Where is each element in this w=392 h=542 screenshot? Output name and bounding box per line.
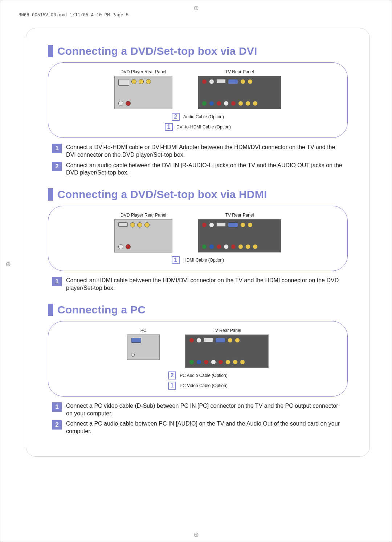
- step-number: 1: [52, 144, 62, 153]
- port-icon: [137, 222, 142, 227]
- step-block: 1 Connect an HDMI cable between the HDMI…: [52, 277, 343, 292]
- callout-text: HDMI Cable (Option): [183, 258, 224, 263]
- dvi-port-icon: [118, 79, 129, 86]
- panel-label: DVD Player Rear Panel: [114, 69, 172, 74]
- heading-bar-icon: [48, 45, 53, 57]
- port-icon: [248, 79, 253, 84]
- hdmi-port-icon: [118, 222, 128, 227]
- port-icon: [202, 244, 207, 249]
- heading-text: Connecting a DVD/Set-top box via DVI: [57, 45, 257, 57]
- vga-port-icon: [215, 338, 225, 343]
- dvd-rear-panel-col: DVD Player Rear Panel: [114, 213, 172, 254]
- port-icon: [202, 79, 207, 84]
- pc-rear-panel-icon: [127, 334, 160, 360]
- callout-number: 2: [168, 371, 176, 379]
- crop-mark-icon: ⊕: [193, 531, 199, 539]
- panel-label: TV Rear Panel: [198, 213, 281, 218]
- port-icon: [240, 360, 245, 365]
- step-item: 1 Connect a DVI-to-HDMI cable or DVI-HDM…: [52, 144, 343, 159]
- callout-text: DVI-to-HDMI Cable (Option): [176, 124, 231, 130]
- step-text: Connect a PC audio cable between PC IN […: [66, 420, 343, 435]
- tv-rear-panel-col: TV Rear Panel: [198, 69, 281, 111]
- diagram-callouts: 2 PC Audio Cable (Option) 1 PC Video Cab…: [58, 371, 337, 390]
- vga-port-icon: [228, 79, 238, 84]
- port-icon: [245, 244, 250, 249]
- port-icon: [209, 222, 214, 227]
- port-icon: [209, 244, 214, 249]
- port-icon: [233, 360, 238, 365]
- diagram-callouts: 1 HDMI Cable (Option): [58, 256, 337, 264]
- heading-text: Connecting a DVD/Set-top box via HDMI: [57, 188, 267, 201]
- port-icon: [231, 101, 236, 106]
- callout-number: 1: [165, 123, 173, 131]
- callout-number: 1: [168, 382, 176, 390]
- port-icon: [225, 360, 230, 365]
- port-icon: [144, 222, 150, 227]
- hdmi-port-icon: [216, 79, 226, 83]
- heading-bar-icon: [48, 188, 53, 201]
- port-icon: [240, 79, 245, 84]
- port-icon: [202, 101, 207, 106]
- component-pr-port-icon: [146, 79, 151, 84]
- port-icon: [196, 338, 201, 343]
- pc-panel-col: PC: [127, 328, 160, 361]
- audio-r-port-icon: [126, 101, 131, 106]
- hdmi-port-icon: [216, 222, 226, 227]
- callout-text: Audio Cable (Option): [183, 114, 224, 119]
- port-icon: [189, 338, 194, 343]
- heading-text: Connecting a PC: [57, 304, 146, 316]
- step-block: 1 Connect a PC video cable (D-Sub) betwe…: [52, 402, 343, 435]
- panel-label: TV Rear Panel: [185, 328, 269, 333]
- tv-rear-panel-col: TV Rear Panel: [185, 328, 269, 369]
- port-icon: [224, 244, 229, 249]
- step-text: Connect a PC video cable (D-Sub) between…: [66, 402, 343, 418]
- diagram-frame: DVD Player Rear Panel: [48, 206, 348, 271]
- port-icon: [218, 360, 223, 365]
- crop-mark-icon: ⊕: [193, 4, 199, 12]
- port-icon: [245, 101, 250, 106]
- section-heading: Connecting a DVD/Set-top box via HDMI: [48, 188, 348, 201]
- component-y-port-icon: [131, 79, 136, 84]
- port-icon: [196, 360, 201, 365]
- vga-port-icon: [131, 338, 141, 343]
- callout-number: 2: [172, 113, 180, 121]
- port-icon: [211, 360, 216, 365]
- port-icon: [240, 222, 245, 227]
- diagram-frame: DVD Player Rear Panel: [48, 62, 348, 138]
- crop-mark-icon: ⊕: [5, 260, 11, 268]
- section-heading: Connecting a DVD/Set-top box via DVI: [48, 45, 348, 57]
- port-icon: [216, 101, 221, 106]
- port-icon: [126, 244, 131, 249]
- step-text: Connect a DVI-to-HDMI cable or DVI-HDMI …: [66, 144, 343, 159]
- step-number: 1: [52, 277, 62, 286]
- page-content: Connecting a DVD/Set-top box via DVI DVD…: [26, 28, 370, 457]
- component-pb-port-icon: [139, 79, 144, 84]
- port-icon: [235, 338, 240, 343]
- dvd-rear-panel-icon: [114, 76, 172, 109]
- panel-label: TV Rear Panel: [198, 69, 281, 74]
- callout-number: 1: [172, 256, 180, 264]
- dvd-rear-panel-col: DVD Player Rear Panel: [114, 69, 172, 111]
- audio-jack-icon: [131, 353, 135, 357]
- port-icon: [238, 244, 243, 249]
- tv-rear-panel-col: TV Rear Panel: [198, 213, 281, 254]
- port-icon: [216, 244, 221, 249]
- section-heading: Connecting a PC: [48, 304, 348, 316]
- step-number: 2: [52, 162, 62, 171]
- port-icon: [204, 360, 209, 365]
- port-icon: [238, 101, 243, 106]
- callout-text: PC Video Cable (Option): [180, 383, 228, 388]
- page-sheet: ⊕ ⊕ ⊕ BN68-00515V-00.qxd 1/11/05 4:10 PM…: [0, 0, 392, 542]
- panel-label: DVD Player Rear Panel: [114, 213, 172, 218]
- port-icon: [228, 338, 233, 343]
- port-icon: [248, 222, 253, 227]
- heading-bar-icon: [48, 304, 53, 316]
- dvd-rear-panel-icon: [114, 219, 172, 252]
- port-icon: [224, 101, 229, 106]
- tv-rear-panel-icon: [198, 219, 281, 252]
- port-icon: [118, 244, 123, 249]
- callout-text: PC Audio Cable (Option): [180, 373, 227, 378]
- tv-rear-panel-icon: [185, 334, 269, 368]
- hdmi-port-icon: [204, 338, 213, 342]
- port-icon: [253, 244, 258, 249]
